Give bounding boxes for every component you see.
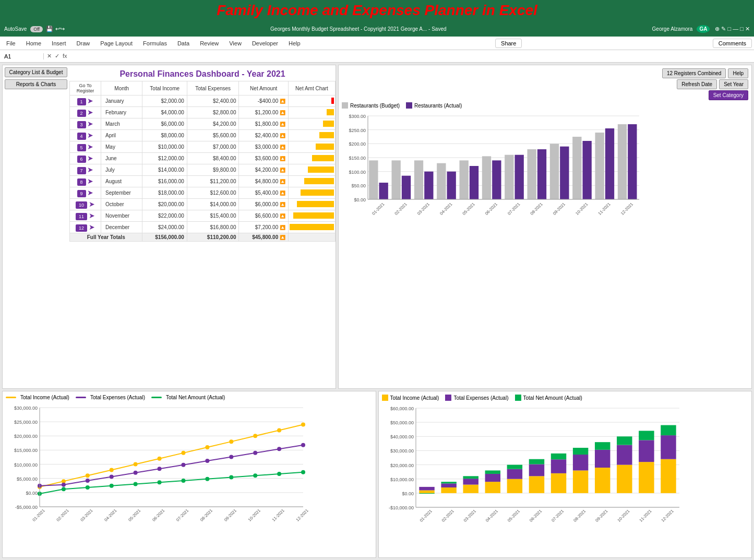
cancel-formula-icon[interactable]: ✕ bbox=[47, 53, 52, 59]
excel-window-controls: ⊕ ✎ □ — □ ✕ bbox=[715, 26, 750, 32]
menu-help[interactable]: Help bbox=[284, 39, 305, 47]
month-cell: October bbox=[101, 199, 142, 210]
svg-point-101 bbox=[253, 473, 257, 478]
register-button-8[interactable]: 8 bbox=[77, 178, 86, 186]
menu-review[interactable]: Review bbox=[196, 39, 223, 47]
register-button-2[interactable]: 2 bbox=[77, 110, 86, 117]
svg-rect-24 bbox=[447, 172, 456, 199]
legend-budget-color bbox=[342, 102, 348, 109]
svg-text:08-2021: 08-2021 bbox=[199, 508, 214, 522]
register-cell: 9 ➤ bbox=[70, 187, 101, 199]
svg-rect-38 bbox=[550, 144, 559, 199]
legend-net-line bbox=[151, 397, 162, 398]
svg-text:$150.00: $150.00 bbox=[349, 156, 366, 161]
register-button-9[interactable]: 9 bbox=[77, 190, 86, 197]
menu-developer[interactable]: Developer bbox=[248, 39, 282, 47]
svg-point-86 bbox=[181, 463, 185, 467]
redo-icon[interactable]: ↪ bbox=[60, 26, 65, 32]
svg-text:$200.00: $200.00 bbox=[349, 141, 366, 147]
legend-actual-color bbox=[406, 102, 412, 109]
totals-income: $156,000.00 bbox=[142, 233, 187, 242]
month-cell: February bbox=[101, 107, 142, 118]
totals-expenses: $110,200.00 bbox=[187, 233, 239, 242]
svg-text:$0.00: $0.00 bbox=[402, 491, 414, 496]
totals-net: $45,800.00 🔼 bbox=[239, 233, 289, 242]
svg-point-83 bbox=[110, 474, 114, 479]
svg-point-84 bbox=[134, 471, 138, 475]
bar-cell bbox=[289, 222, 336, 233]
svg-text:$10,000.00: $10,000.00 bbox=[14, 462, 38, 468]
line-chart-panel: Total Income (Actual) Total Expenses (Ac… bbox=[2, 391, 376, 558]
register-button-12[interactable]: 12 bbox=[76, 224, 87, 232]
menu-insert[interactable]: Insert bbox=[47, 39, 70, 47]
right-panel: 12 Registers Combined Help Refresh Date … bbox=[338, 65, 752, 389]
menu-draw[interactable]: Draw bbox=[73, 39, 94, 47]
set-year-button[interactable]: Set Year bbox=[719, 79, 748, 89]
menu-home[interactable]: Home bbox=[22, 39, 45, 47]
arrow-icon: ➤ bbox=[89, 223, 95, 231]
svg-text:07-2021: 07-2021 bbox=[507, 201, 521, 216]
refresh-date-button[interactable]: Refresh Date bbox=[677, 79, 717, 89]
confirm-formula-icon[interactable]: ✓ bbox=[55, 53, 59, 59]
register-button-10[interactable]: 10 bbox=[76, 201, 87, 209]
svg-rect-140 bbox=[441, 482, 456, 483]
undo-icon[interactable]: ↩ bbox=[55, 26, 60, 32]
register-button-4[interactable]: 4 bbox=[77, 133, 86, 140]
svg-text:$0.00: $0.00 bbox=[354, 197, 366, 202]
svg-rect-29 bbox=[482, 156, 491, 199]
svg-rect-168 bbox=[594, 442, 609, 450]
net-cell: $6,600.00 🔼 bbox=[239, 210, 289, 222]
expenses-cell: $9,800.00 bbox=[187, 164, 239, 176]
bar-cell bbox=[289, 187, 336, 199]
svg-text:12-2021: 12-2021 bbox=[660, 508, 675, 523]
comments-button[interactable]: Comments bbox=[713, 39, 752, 48]
svg-rect-42 bbox=[583, 141, 592, 199]
register-button-3[interactable]: 3 bbox=[77, 121, 86, 128]
share-button[interactable]: Share bbox=[495, 39, 522, 48]
register-button-6[interactable]: 6 bbox=[77, 156, 86, 163]
reports-charts-button[interactable]: Reports & Charts bbox=[5, 79, 67, 89]
menu-data[interactable]: Data bbox=[173, 39, 194, 47]
register-button-5[interactable]: 5 bbox=[77, 144, 86, 151]
12-registers-button[interactable]: 12 Registers Combined bbox=[662, 68, 726, 78]
register-button-1[interactable]: 1 bbox=[77, 98, 86, 105]
svg-rect-164 bbox=[572, 448, 588, 455]
register-button-11[interactable]: 11 bbox=[76, 213, 87, 220]
svg-text:$25,000.00: $25,000.00 bbox=[14, 420, 38, 425]
save-icon[interactable]: 💾 bbox=[46, 26, 53, 32]
register-button-7[interactable]: 7 bbox=[77, 167, 86, 174]
bar-cell bbox=[289, 210, 336, 222]
svg-point-85 bbox=[158, 467, 162, 471]
table-row: 3 ➤ March $6,000.00 $4,200.00 $1,800.00 … bbox=[70, 118, 336, 130]
svg-rect-167 bbox=[594, 450, 609, 468]
action-buttons-section: 12 Registers Combined Help Refresh Date … bbox=[342, 68, 748, 100]
insert-function-icon[interactable]: fx bbox=[63, 53, 67, 59]
month-cell: December bbox=[101, 222, 142, 233]
menu-formulas[interactable]: Formulas bbox=[139, 39, 171, 47]
svg-rect-174 bbox=[639, 462, 654, 493]
svg-rect-134 bbox=[419, 490, 434, 493]
expenses-cell: $8,400.00 bbox=[187, 153, 239, 164]
set-category-button[interactable]: Set Category bbox=[709, 90, 748, 100]
category-list-button[interactable]: Category List & Budget bbox=[5, 67, 67, 77]
svg-text:$60,000.00: $60,000.00 bbox=[390, 406, 413, 411]
cell-reference[interactable]: A1 bbox=[2, 53, 44, 59]
net-cell: $7,200.00 🔼 bbox=[239, 222, 289, 233]
totals-label: Full Year Totals bbox=[70, 233, 142, 242]
svg-text:$5,000.00: $5,000.00 bbox=[17, 476, 38, 482]
svg-text:01-2021: 01-2021 bbox=[418, 508, 433, 523]
bar-cell bbox=[289, 107, 336, 118]
menu-file[interactable]: File bbox=[2, 39, 20, 47]
table-row: 1 ➤ January $2,000.00 $2,400.00 -$400.00… bbox=[70, 96, 336, 107]
register-cell: 11 ➤ bbox=[70, 210, 101, 222]
menu-page-layout[interactable]: Page Layout bbox=[96, 39, 137, 47]
help-button[interactable]: Help bbox=[728, 68, 748, 78]
totals-bar bbox=[289, 233, 336, 242]
register-cell: 7 ➤ bbox=[70, 164, 101, 176]
svg-point-79 bbox=[301, 423, 305, 427]
formula-input[interactable] bbox=[70, 53, 752, 59]
menu-view[interactable]: View bbox=[225, 39, 246, 47]
svg-rect-156 bbox=[529, 459, 544, 464]
main-content: Category List & Budget Reports & Charts … bbox=[0, 63, 754, 560]
bottom-section: Total Income (Actual) Total Expenses (Ac… bbox=[2, 391, 752, 558]
